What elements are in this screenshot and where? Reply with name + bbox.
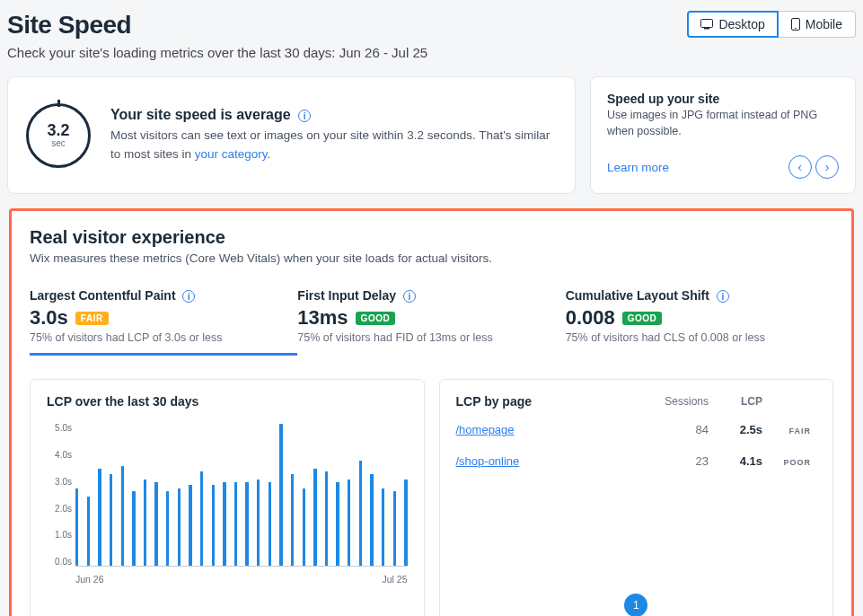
svg-rect-0 [701,20,713,28]
lcp-chart-card: LCP over the last 30 days 5.0s4.0s3.0s2.… [30,379,425,616]
chart-bar[interactable] [393,491,396,567]
gauge-value: 3.2 [47,122,69,138]
chart-bar[interactable] [313,469,316,567]
sessions-value: 84 [646,423,709,436]
page-link[interactable]: /shop-online [456,454,647,468]
y-tick: 0.0s [47,557,72,567]
y-tick: 5.0s [47,423,72,433]
tip-next-button[interactable]: › [815,155,839,179]
chart-bar[interactable] [75,488,78,567]
pager: 1 [456,594,817,616]
y-tick: 2.0s [47,504,72,514]
chart-bar[interactable] [212,485,215,566]
metric-tab[interactable]: Cumulative Layout Shift i0.008GOOD75% of… [566,281,833,356]
chart-bar[interactable] [121,466,124,567]
page-title: Site Speed [7,11,427,40]
chart-bar[interactable] [382,488,384,567]
col-sessions: Sessions [646,395,709,408]
tip-card: Speed up your site Use images in JPG for… [590,76,856,194]
x-start: Jun 26 [75,574,104,585]
x-end: Jul 25 [382,574,407,585]
device-toggle: Desktop Mobile [687,11,856,38]
page-subtitle: Check your site's loading metrics over t… [7,45,427,60]
metric-note: 75% of visitors had FID of 13ms or less [297,331,565,344]
metric-value: 13ms [297,306,348,330]
svg-point-3 [795,28,797,30]
speed-summary-card: 3.2 sec Your site speed is average i Mos… [7,76,576,194]
chart-bar[interactable] [110,474,112,566]
chart-bar[interactable] [178,488,181,567]
table-row: /homepage842.5sFAIR [456,414,817,445]
learn-more-link[interactable]: Learn more [607,161,669,174]
chart-bar[interactable] [166,491,169,567]
status-badge: FAIR [75,312,109,325]
metric-label: Largest Contentful Paint i [30,288,297,303]
svg-rect-1 [704,28,709,30]
tip-prev-button[interactable]: ‹ [788,155,812,179]
metric-note: 75% of visitors had LCP of 3.0s or less [30,331,297,344]
chart-bar[interactable] [223,482,225,566]
chart-bar[interactable] [144,480,146,566]
metric-value: 3.0s [30,306,68,330]
page-link[interactable]: /homepage [456,423,647,436]
col-page: LCP by page [456,394,647,409]
chart-bar[interactable] [303,488,305,567]
metric-label: Cumulative Layout Shift i [566,288,833,303]
y-tick: 3.0s [47,477,72,487]
lcp-value: 4.1s [709,454,762,468]
chart-bar[interactable] [245,482,248,566]
chart-bar[interactable] [359,461,362,567]
chart-bar[interactable] [404,480,407,566]
metric-label: First Input Delay i [297,288,565,303]
lcp-value: 2.5s [709,423,762,436]
chart-bar[interactable] [257,480,260,566]
chart-bar[interactable] [279,424,282,566]
status-badge: FAIR [783,425,816,437]
lcp-by-page-card: LCP by page Sessions LCP /homepage842.5s… [439,379,834,616]
chart-bar[interactable] [325,471,328,566]
chart-bar[interactable] [189,485,191,566]
gauge-unit: sec [51,138,66,148]
tip-body: Use images in JPG format instead of PNG … [607,108,839,139]
desktop-toggle[interactable]: Desktop [687,11,778,38]
status-badge: GOOD [622,312,663,325]
info-icon[interactable]: i [298,110,311,122]
mobile-icon [791,18,800,31]
desktop-icon [700,19,713,30]
category-link[interactable]: your category [195,147,268,161]
metric-value: 0.008 [566,306,615,330]
y-tick: 1.0s [47,530,72,540]
info-icon[interactable]: i [717,290,729,303]
table-row: /shop-online234.1sPOOR [456,445,817,477]
metrics-tabs: Largest Contentful Paint i3.0sFAIR75% of… [12,281,851,356]
info-icon[interactable]: i [182,290,195,303]
chart-bar[interactable] [87,497,90,567]
chart-bar[interactable] [336,482,339,566]
chart-bar[interactable] [291,474,294,566]
visitor-experience-panel: Real visitor experience Wix measures the… [9,208,854,616]
y-tick: 4.0s [47,450,72,460]
mobile-toggle[interactable]: Mobile [779,11,856,38]
metric-tab[interactable]: First Input Delay i13msGOOD75% of visito… [297,281,565,356]
page-number[interactable]: 1 [624,594,647,616]
visitor-sub: Wix measures these metrics (Core Web Vit… [30,251,833,265]
summary-body: Most visitors can see text or images on … [110,127,557,163]
tip-title: Speed up your site [607,92,839,106]
summary-title: Your site speed is average i [110,107,557,123]
status-badge: POOR [778,456,816,469]
chevron-left-icon: ‹ [797,160,802,174]
speed-gauge: 3.2 sec [26,103,91,168]
info-icon[interactable]: i [403,290,416,303]
chart-bar[interactable] [348,480,350,566]
metric-tab[interactable]: Largest Contentful Paint i3.0sFAIR75% of… [30,281,297,356]
y-axis-labels: 5.0s4.0s3.0s2.0s1.0s0.0s [47,423,72,567]
chart-bar[interactable] [154,482,157,566]
col-lcp: LCP [709,395,762,408]
status-badge: GOOD [356,312,396,325]
chart-bar[interactable] [200,471,203,566]
chart-bar[interactable] [269,482,271,566]
chart-bar[interactable] [98,469,101,567]
chart-bar[interactable] [234,482,237,566]
chart-bar[interactable] [132,491,135,567]
chart-bar[interactable] [370,474,373,566]
